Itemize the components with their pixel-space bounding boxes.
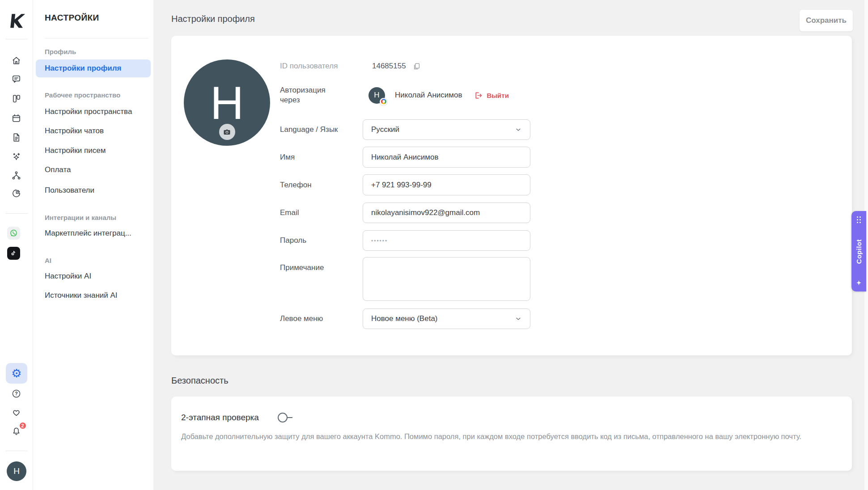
- notifications-badge: 2: [19, 422, 27, 430]
- field-row-left-menu: Левое меню Новое меню (Beta): [280, 308, 530, 329]
- chevron-down-icon: [515, 126, 522, 133]
- help-icon[interactable]: ?: [11, 388, 22, 399]
- sidebar-item-profile-settings[interactable]: Настройки профиля: [36, 59, 151, 77]
- pipeline-icon[interactable]: [11, 93, 22, 104]
- chats-icon[interactable]: [11, 73, 22, 84]
- auth-account-avatar: H: [368, 87, 385, 104]
- sidebar-item-billing[interactable]: Оплата: [45, 165, 71, 175]
- field-row-note: Примечание: [280, 257, 530, 301]
- auth-account-name: Николай Анисимов: [395, 91, 462, 100]
- user-id-value: 14685155: [372, 62, 406, 71]
- two-step-description: Добавьте дополнительную защиту для вашег…: [181, 431, 830, 443]
- language-select[interactable]: Русский: [363, 119, 530, 140]
- auth-label: Авторизация через: [280, 85, 363, 105]
- sidebar-item-ai-knowledge[interactable]: Источники знаний AI: [45, 290, 118, 301]
- name-label: Имя: [280, 152, 363, 162]
- automation-icon[interactable]: [11, 169, 22, 181]
- save-button[interactable]: Сохранить: [800, 10, 853, 31]
- home-icon[interactable]: [11, 55, 22, 66]
- stats-pie-icon[interactable]: [11, 187, 22, 199]
- password-field[interactable]: [363, 230, 530, 251]
- phone-label: Телефон: [280, 180, 363, 190]
- field-row-name: Имя: [280, 147, 530, 168]
- sidebar-item-marketplace[interactable]: Маркетплейс интеграц...: [45, 228, 131, 239]
- logout-button[interactable]: Выйти: [474, 91, 508, 100]
- settings-gear-icon[interactable]: ⚙: [6, 363, 27, 384]
- left-menu-label: Левое меню: [280, 314, 363, 324]
- tiktok-icon[interactable]: [7, 247, 20, 260]
- camera-icon[interactable]: [219, 124, 235, 140]
- settings-sidebar: НАСТРОЙКИ Профиль Настройки профиля Рабо…: [33, 0, 153, 490]
- profile-card: H ID пользователя 14685155 Авторизация ч…: [171, 36, 852, 355]
- left-menu-select[interactable]: Новое меню (Beta): [363, 308, 530, 329]
- copilot-tab[interactable]: Copilot: [851, 211, 866, 291]
- section-workspace: Рабочее пространство: [45, 90, 120, 101]
- field-row-email: Email: [280, 203, 530, 223]
- profile-avatar[interactable]: H: [184, 59, 270, 146]
- email-label: Email: [280, 208, 363, 218]
- documents-icon[interactable]: [11, 131, 22, 143]
- icon-rail: ⚙ ? 2 H: [0, 0, 33, 490]
- phone-input[interactable]: [363, 174, 530, 195]
- user-avatar-small[interactable]: H: [7, 461, 26, 481]
- field-row-phone: Телефон: [280, 174, 530, 195]
- rail-divider: [5, 451, 28, 451]
- note-textarea[interactable]: [363, 257, 530, 301]
- language-label: Language / Язык: [280, 125, 363, 135]
- rail-divider: [5, 39, 28, 39]
- svg-text:?: ?: [15, 391, 17, 396]
- security-card: 2-этапная проверка Добавьте дополнительн…: [171, 397, 852, 471]
- main-content: Настройки профиля Сохранить H ID пользов…: [153, 0, 868, 490]
- sidebar-item-chat-settings[interactable]: Настройки чатов: [45, 126, 104, 136]
- sidebar-title: НАСТРОЙКИ: [45, 13, 99, 23]
- drag-dots-icon: [857, 216, 861, 224]
- google-icon: [380, 98, 387, 106]
- sidebar-divider: [45, 38, 148, 38]
- user-id-row: ID пользователя 14685155: [280, 59, 421, 73]
- field-row-language: Language / Язык Русский: [280, 119, 530, 140]
- note-label: Примечание: [280, 257, 363, 273]
- two-step-title: 2-этапная проверка: [181, 413, 259, 422]
- rail-divider: [5, 213, 28, 214]
- sidebar-item-users[interactable]: Пользователи: [45, 185, 94, 196]
- email-field[interactable]: [363, 203, 530, 223]
- sidebar-item-ai-settings[interactable]: Настройки AI: [45, 271, 91, 282]
- copilot-label: Copilot: [855, 239, 863, 264]
- section-profile: Профиль: [45, 46, 76, 57]
- whatsapp-icon[interactable]: [7, 227, 20, 240]
- kommo-logo-icon[interactable]: [6, 12, 26, 30]
- section-integrations: Интеграции и каналы: [45, 212, 116, 223]
- page-title: Настройки профиля: [171, 14, 255, 24]
- security-heading: Безопасность: [171, 376, 229, 386]
- sidebar-item-email-settings[interactable]: Настройки писем: [45, 145, 106, 156]
- two-step-toggle[interactable]: [278, 413, 292, 422]
- auth-row: Авторизация через H Николай Анисимов Вый…: [280, 84, 509, 106]
- name-input[interactable]: [363, 147, 530, 168]
- ai-sparkles-icon[interactable]: [11, 151, 22, 162]
- calendar-icon[interactable]: [11, 112, 22, 124]
- user-id-label: ID пользователя: [280, 61, 363, 71]
- field-row-password: Пароль: [280, 230, 530, 251]
- copilot-sparkle-icon: [855, 279, 862, 286]
- sidebar-item-workspace-settings[interactable]: Настройки пространства: [45, 106, 132, 117]
- copy-icon[interactable]: [412, 62, 421, 71]
- favorites-heart-icon[interactable]: [11, 406, 22, 418]
- password-label: Пароль: [280, 236, 363, 245]
- logout-icon: [474, 91, 483, 100]
- section-ai: AI: [45, 255, 51, 266]
- notifications-bell-icon[interactable]: 2: [11, 425, 22, 437]
- chevron-down-icon: [515, 315, 522, 322]
